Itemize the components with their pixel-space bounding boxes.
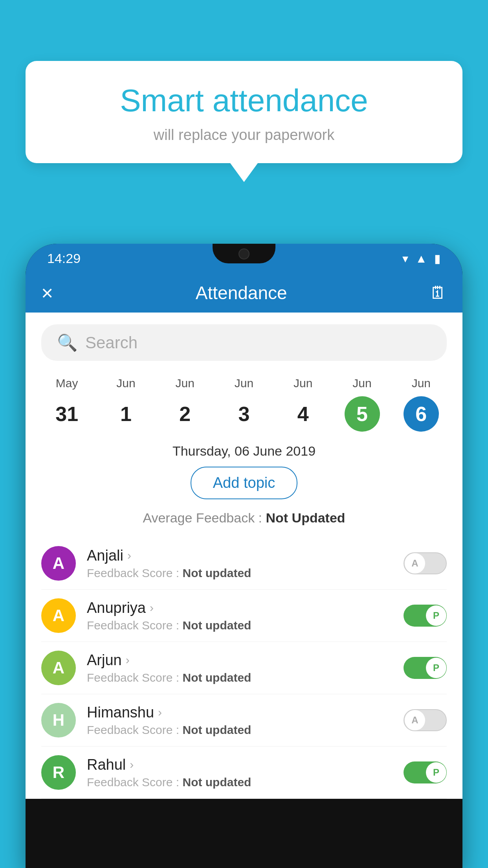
attendance-toggle[interactable]: A bbox=[404, 552, 447, 574]
toggle-knob: A bbox=[405, 710, 425, 730]
student-list: AAnjali ›Feedback Score : Not updatedAAA… bbox=[26, 537, 462, 799]
student-feedback: Feedback Score : Not updated bbox=[87, 776, 393, 789]
avatar: A bbox=[41, 651, 76, 685]
attendance-toggle[interactable]: P bbox=[404, 605, 447, 627]
date-month: Jun bbox=[294, 377, 312, 390]
list-item[interactable]: AAnupriya ›Feedback Score : Not updatedP bbox=[41, 590, 447, 642]
date-number[interactable]: 6 bbox=[404, 396, 439, 432]
student-feedback: Feedback Score : Not updated bbox=[87, 566, 393, 580]
date-month: May bbox=[56, 377, 78, 390]
signal-icon: ▲ bbox=[415, 252, 427, 265]
student-info: Anupriya ›Feedback Score : Not updated bbox=[87, 600, 393, 632]
selected-date-label: Thursday, 06 June 2019 bbox=[26, 443, 462, 459]
status-icons: ▾ ▲ ▮ bbox=[402, 252, 441, 265]
search-icon: 🔍 bbox=[57, 333, 77, 352]
speech-bubble-title: Smart attendance bbox=[49, 83, 439, 119]
student-name: Anupriya › bbox=[87, 600, 393, 616]
date-month: Jun bbox=[116, 377, 135, 390]
status-bar: 14:29 ▾ ▲ ▮ bbox=[26, 244, 462, 273]
date-number[interactable]: 3 bbox=[226, 396, 262, 432]
list-item[interactable]: HHimanshu ›Feedback Score : Not updatedA bbox=[41, 694, 447, 747]
toggle-knob: P bbox=[426, 658, 446, 678]
date-month: Jun bbox=[352, 377, 371, 390]
student-name: Rahul › bbox=[87, 756, 393, 773]
toggle-wrap[interactable]: P bbox=[404, 761, 447, 783]
date-month: Jun bbox=[412, 377, 431, 390]
list-item[interactable]: AAnjali ›Feedback Score : Not updatedA bbox=[41, 537, 447, 590]
toggle-knob: A bbox=[405, 553, 425, 574]
phone-notch bbox=[213, 244, 275, 263]
student-feedback: Feedback Score : Not updated bbox=[87, 723, 393, 737]
toggle-knob: P bbox=[426, 762, 446, 783]
student-info: Anjali ›Feedback Score : Not updated bbox=[87, 547, 393, 580]
app-content: 🔍 Search May31Jun1Jun2Jun3Jun4Jun5Jun6 T… bbox=[26, 313, 462, 799]
camera bbox=[238, 248, 250, 259]
date-month: Jun bbox=[176, 377, 194, 390]
avg-feedback-value: Not Updated bbox=[266, 510, 345, 525]
list-item[interactable]: AArjun ›Feedback Score : Not updatedP bbox=[41, 642, 447, 694]
student-name: Himanshu › bbox=[87, 704, 393, 721]
avatar: H bbox=[41, 703, 76, 737]
student-name: Anjali › bbox=[87, 547, 393, 564]
date-item[interactable]: Jun6 bbox=[404, 377, 439, 432]
date-item[interactable]: May31 bbox=[49, 377, 84, 432]
attendance-toggle[interactable]: P bbox=[404, 761, 447, 783]
close-button[interactable]: × bbox=[41, 281, 53, 305]
toggle-wrap[interactable]: P bbox=[404, 605, 447, 627]
date-number[interactable]: 31 bbox=[49, 396, 84, 432]
student-info: Rahul ›Feedback Score : Not updated bbox=[87, 756, 393, 789]
speech-bubble: Smart attendance will replace your paper… bbox=[26, 61, 462, 163]
date-item[interactable]: Jun5 bbox=[345, 377, 380, 432]
date-item[interactable]: Jun3 bbox=[226, 377, 262, 432]
date-number[interactable]: 2 bbox=[167, 396, 203, 432]
toggle-knob: P bbox=[426, 605, 446, 626]
attendance-toggle[interactable]: A bbox=[404, 709, 447, 731]
date-number[interactable]: 1 bbox=[108, 396, 143, 432]
student-info: Arjun ›Feedback Score : Not updated bbox=[87, 652, 393, 684]
date-item[interactable]: Jun2 bbox=[167, 377, 203, 432]
app-header: × Attendance 🗓 bbox=[26, 273, 462, 313]
avg-feedback-label: Average Feedback : bbox=[143, 510, 266, 525]
toggle-wrap[interactable]: A bbox=[404, 552, 447, 574]
calendar-icon[interactable]: 🗓 bbox=[429, 283, 447, 303]
student-feedback: Feedback Score : Not updated bbox=[87, 619, 393, 632]
avg-feedback: Average Feedback : Not Updated bbox=[26, 510, 462, 526]
battery-icon: ▮ bbox=[434, 252, 441, 265]
date-selector: May31Jun1Jun2Jun3Jun4Jun5Jun6 bbox=[26, 369, 462, 432]
student-info: Himanshu ›Feedback Score : Not updated bbox=[87, 704, 393, 737]
phone-frame: 14:29 ▾ ▲ ▮ × Attendance 🗓 🔍 Search May3… bbox=[26, 244, 462, 868]
search-input[interactable]: Search bbox=[85, 333, 138, 352]
wifi-icon: ▾ bbox=[402, 252, 408, 265]
date-item[interactable]: Jun4 bbox=[285, 377, 321, 432]
toggle-wrap[interactable]: A bbox=[404, 709, 447, 731]
chevron-right-icon: › bbox=[150, 601, 154, 614]
date-number[interactable]: 5 bbox=[345, 396, 380, 432]
student-feedback: Feedback Score : Not updated bbox=[87, 671, 393, 684]
speech-bubble-subtitle: will replace your paperwork bbox=[49, 127, 439, 143]
search-bar[interactable]: 🔍 Search bbox=[41, 324, 447, 361]
date-month: Jun bbox=[235, 377, 253, 390]
status-time: 14:29 bbox=[47, 251, 81, 266]
attendance-toggle[interactable]: P bbox=[404, 657, 447, 679]
date-number[interactable]: 4 bbox=[285, 396, 321, 432]
chevron-right-icon: › bbox=[127, 549, 131, 562]
list-item[interactable]: RRahul ›Feedback Score : Not updatedP bbox=[41, 747, 447, 799]
student-name: Arjun › bbox=[87, 652, 393, 669]
app-title: Attendance bbox=[196, 282, 287, 303]
avatar: R bbox=[41, 755, 76, 790]
avatar: A bbox=[41, 598, 76, 633]
add-topic-button[interactable]: Add topic bbox=[191, 467, 297, 499]
chevron-right-icon: › bbox=[130, 758, 134, 771]
chevron-right-icon: › bbox=[126, 653, 130, 667]
avatar: A bbox=[41, 546, 76, 581]
date-item[interactable]: Jun1 bbox=[108, 377, 143, 432]
chevron-right-icon: › bbox=[158, 706, 162, 719]
toggle-wrap[interactable]: P bbox=[404, 657, 447, 679]
